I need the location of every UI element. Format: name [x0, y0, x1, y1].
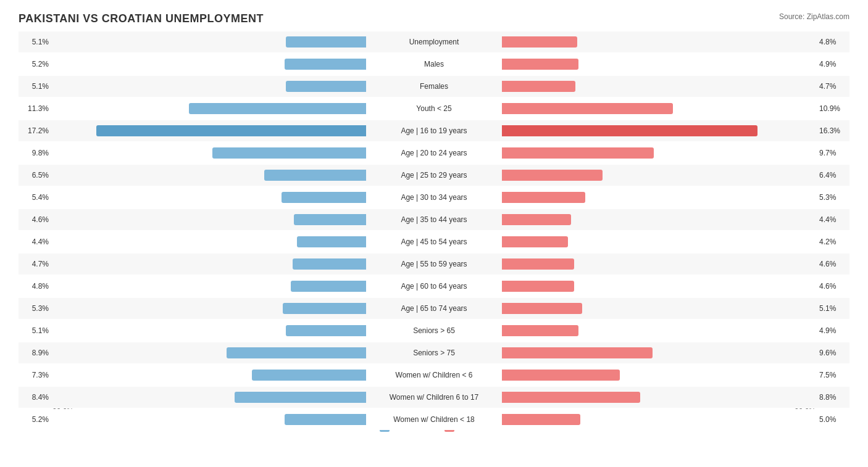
bar-right-value: 9.6% [816, 349, 849, 357]
bar-left-container [52, 302, 366, 315]
bar-pink [502, 392, 640, 403]
bar-label: Unemployment [366, 38, 502, 46]
bar-label: Males [366, 60, 502, 68]
bars-center: Age | 35 to 44 years [52, 209, 816, 230]
bars-center: Youth < 25 [52, 98, 816, 119]
bar-left-value: 5.4% [19, 193, 52, 202]
chart-row: 17.2%Age | 16 to 19 years16.3% [19, 120, 849, 141]
bar-right-value: 4.9% [816, 326, 849, 335]
chart-row: 4.8%Age | 60 to 64 years4.6% [19, 276, 849, 297]
bar-blue [293, 258, 366, 270]
bar-left-value: 7.3% [19, 371, 52, 379]
bar-left-value: 5.1% [19, 82, 52, 91]
bar-blue [227, 347, 366, 358]
bar-label: Age | 35 to 44 years [366, 215, 502, 224]
bar-pink [502, 414, 580, 425]
bar-pink [502, 170, 603, 181]
chart-title: PAKISTANI VS CROATIAN UNEMPLOYMENT [19, 12, 849, 25]
bar-right-container [502, 257, 816, 271]
bar-pink [502, 147, 654, 159]
bar-pink [502, 347, 653, 358]
bar-blue [286, 81, 366, 92]
bar-right-container [502, 346, 816, 360]
bar-right-container [502, 413, 816, 426]
bar-right-value: 4.6% [816, 282, 849, 291]
bar-label: Age | 60 to 64 years [366, 282, 502, 291]
bar-right-value: 5.0% [816, 415, 849, 424]
bar-left-value: 4.7% [19, 260, 52, 268]
bars-center: Unemployment [52, 31, 816, 52]
bar-blue [297, 236, 366, 247]
bar-right-container [502, 324, 816, 337]
bars-center: Age | 60 to 64 years [52, 276, 816, 297]
bar-label: Seniors > 65 [366, 326, 502, 335]
bar-pink [502, 325, 578, 336]
chart-row: 5.4%Age | 30 to 34 years5.3% [19, 187, 849, 208]
bar-right-container [502, 391, 816, 404]
bar-left-container [52, 346, 366, 360]
chart-row: 8.9%Seniors > 759.6% [19, 342, 849, 363]
bar-left-value: 6.5% [19, 171, 52, 180]
bar-left-value: 9.8% [19, 149, 52, 157]
bars-center: Age | 25 to 29 years [52, 165, 816, 186]
bar-blue [286, 36, 366, 48]
chart-row: 4.6%Age | 35 to 44 years4.4% [19, 209, 849, 230]
bar-right-container [502, 146, 816, 160]
bar-pink [502, 370, 620, 381]
bar-pink [502, 281, 574, 292]
bars-center: Age | 16 to 19 years [52, 120, 816, 141]
bar-pink [502, 258, 574, 270]
bars-center: Age | 45 to 54 years [52, 231, 816, 252]
bar-left-value: 8.4% [19, 393, 52, 402]
bar-left-container [52, 191, 366, 204]
bar-left-value: 4.6% [19, 215, 52, 224]
bar-blue [286, 325, 366, 336]
chart-row: 4.4%Age | 45 to 54 years4.2% [19, 231, 849, 252]
bar-right-container [502, 35, 816, 49]
chart-row: 8.4%Women w/ Children 6 to 178.8% [19, 387, 849, 408]
bar-left-value: 5.2% [19, 60, 52, 68]
bar-left-container [52, 146, 366, 160]
bar-label: Women w/ Children < 6 [366, 371, 502, 379]
chart-row: 4.7%Age | 55 to 59 years4.6% [19, 254, 849, 275]
bar-right-container [502, 124, 816, 138]
bars-center: Age | 20 to 24 years [52, 143, 816, 163]
bar-label: Women w/ Children < 18 [366, 415, 502, 424]
chart-area: 5.1%Unemployment4.8%5.2%Males4.9%5.1%Fem… [19, 31, 849, 406]
bar-right-value: 16.3% [816, 126, 849, 135]
bars-center: Women w/ Children 6 to 17 [52, 387, 816, 408]
bar-right-container [502, 57, 816, 71]
bar-left-value: 5.3% [19, 304, 52, 313]
chart-row: 5.1%Seniors > 654.9% [19, 320, 849, 341]
bars-center: Females [52, 76, 816, 97]
bar-label: Age | 55 to 59 years [366, 260, 502, 268]
bar-right-value: 4.8% [816, 38, 849, 46]
bars-center: Age | 55 to 59 years [52, 254, 816, 275]
bar-blue [252, 370, 366, 381]
bar-right-container [502, 191, 816, 204]
bar-blue [212, 147, 366, 159]
bar-pink [502, 125, 757, 136]
bars-center: Women w/ Children < 6 [52, 365, 816, 386]
bar-right-value: 8.8% [816, 393, 849, 402]
bar-label: Seniors > 75 [366, 349, 502, 357]
bar-right-container [502, 80, 816, 93]
bar-right-value: 4.7% [816, 82, 849, 91]
chart-row: 5.2%Women w/ Children < 185.0% [19, 409, 849, 430]
bar-right-value: 10.9% [816, 104, 849, 113]
bar-right-container [502, 235, 816, 249]
bar-label: Females [366, 82, 502, 91]
bar-right-value: 4.2% [816, 238, 849, 246]
bar-pink [502, 214, 571, 225]
bar-label: Age | 45 to 54 years [366, 238, 502, 246]
bar-left-value: 11.3% [19, 104, 52, 113]
chart-row: 5.1%Unemployment4.8% [19, 31, 849, 52]
bar-left-value: 4.4% [19, 238, 52, 246]
bar-pink [502, 81, 575, 92]
bar-label: Age | 65 to 74 years [366, 304, 502, 313]
bar-right-container [502, 279, 816, 293]
bar-right-value: 5.1% [816, 304, 849, 313]
bar-left-value: 5.1% [19, 326, 52, 335]
bar-blue [285, 414, 366, 425]
chart-row: 7.3%Women w/ Children < 67.5% [19, 365, 849, 386]
